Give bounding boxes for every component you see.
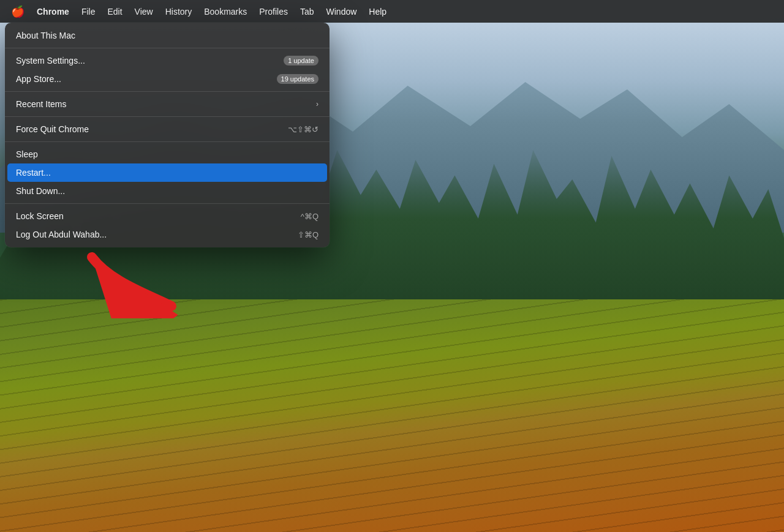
menubar-item-chrome[interactable]: Chrome <box>31 4 75 19</box>
menu-item-recent-items[interactable]: Recent Items › <box>5 95 330 113</box>
menu-item-system-settings-badge: 1 update <box>284 56 318 66</box>
menu-separator-2 <box>5 91 330 92</box>
vineyard-lines <box>0 299 784 532</box>
menu-item-system-settings-label: System Settings... <box>16 56 284 66</box>
menu-item-lock-screen[interactable]: Lock Screen ^⌘Q <box>5 207 330 225</box>
menu-item-shut-down[interactable]: Shut Down... <box>5 182 330 200</box>
chevron-right-icon: › <box>316 100 318 108</box>
apple-dropdown-menu: About This Mac System Settings... 1 upda… <box>5 23 330 247</box>
menubar-item-edit[interactable]: Edit <box>101 4 128 19</box>
menu-item-log-out-shortcut: ⇧⌘Q <box>298 230 318 239</box>
menu-item-app-store[interactable]: App Store... 19 updates <box>5 70 330 88</box>
menu-item-sleep-label: Sleep <box>16 149 318 159</box>
menubar-item-file[interactable]: File <box>75 4 102 19</box>
menubar-item-profiles[interactable]: Profiles <box>253 4 294 19</box>
menubar-item-view[interactable]: View <box>129 4 159 19</box>
menu-item-restart-label: Restart... <box>16 168 318 178</box>
menu-item-recent-items-label: Recent Items <box>16 99 316 109</box>
menu-separator-5 <box>5 203 330 204</box>
menu-item-lock-screen-label: Lock Screen <box>16 211 301 221</box>
menu-item-force-quit-label: Force Quit Chrome <box>16 124 288 134</box>
menu-item-shut-down-label: Shut Down... <box>16 186 318 196</box>
menubar-item-help[interactable]: Help <box>363 4 393 19</box>
menu-item-restart[interactable]: Restart... <box>7 163 327 182</box>
menu-item-app-store-label: App Store... <box>16 74 277 84</box>
menu-separator-4 <box>5 141 330 142</box>
menubar-item-bookmarks[interactable]: Bookmarks <box>198 4 253 19</box>
menu-item-lock-screen-shortcut: ^⌘Q <box>301 212 318 221</box>
menu-separator-1 <box>5 48 330 48</box>
menu-item-log-out-label: Log Out Abdul Wahab... <box>16 230 298 239</box>
menubar-item-window[interactable]: Window <box>320 4 363 19</box>
menu-item-log-out[interactable]: Log Out Abdul Wahab... ⇧⌘Q <box>5 225 330 244</box>
menubar-item-history[interactable]: History <box>159 4 198 19</box>
menu-item-about-label: About This Mac <box>16 31 318 40</box>
menu-separator-3 <box>5 116 330 117</box>
menu-item-force-quit-shortcut: ⌥⇧⌘↺ <box>288 125 318 134</box>
apple-menu-icon[interactable]: 🍎 <box>5 2 31 21</box>
menu-item-sleep[interactable]: Sleep <box>5 145 330 163</box>
menubar: 🍎 Chrome File Edit View History Bookmark… <box>0 0 784 23</box>
menu-item-about[interactable]: About This Mac <box>5 26 330 45</box>
menu-item-app-store-badge: 19 updates <box>277 74 318 84</box>
menu-item-force-quit[interactable]: Force Quit Chrome ⌥⇧⌘↺ <box>5 120 330 138</box>
menubar-item-tab[interactable]: Tab <box>294 4 320 19</box>
menu-item-system-settings[interactable]: System Settings... 1 update <box>5 51 330 70</box>
